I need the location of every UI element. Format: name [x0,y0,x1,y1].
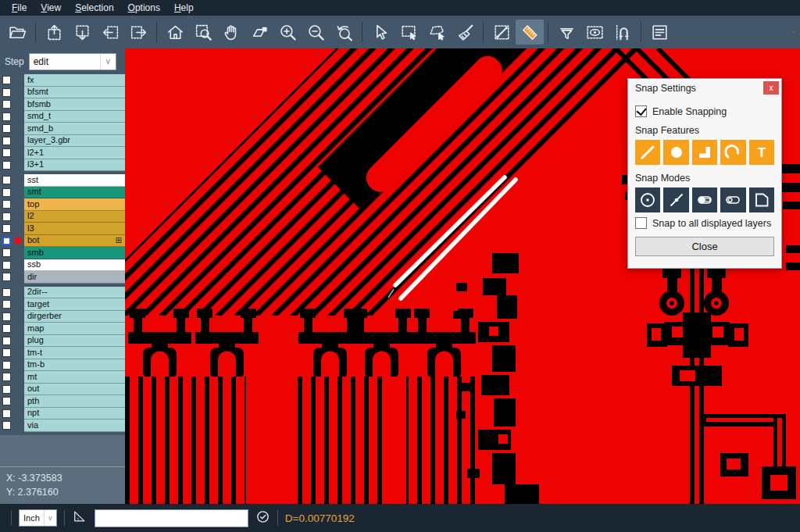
menu-file[interactable]: File [5,1,34,15]
layer-row-dirgerber[interactable]: dirgerber [0,311,125,323]
snap-feature-arc-button[interactable] [720,140,745,165]
layer-label[interactable]: plug [24,335,125,348]
close-button[interactable]: Close [635,237,774,256]
unit-select[interactable]: Inch ∨ [19,509,57,527]
layer-visibility-checkbox[interactable] [2,200,11,209]
move-vertex-button[interactable] [245,20,273,45]
zoom-out-button[interactable] [302,20,330,45]
layer-visibility-checkbox[interactable] [2,361,11,370]
layer-visibility-checkbox[interactable] [2,397,11,405]
layer-label[interactable]: target [24,298,125,311]
layer-label[interactable]: sst [24,174,125,187]
layer-visibility-checkbox[interactable] [2,212,11,221]
layer-label[interactable]: layer_3.gbr [24,135,125,148]
layer-row-out[interactable]: out [0,384,125,396]
filter-button[interactable] [552,20,580,45]
layer-visibility-checkbox[interactable] [2,188,11,197]
layer-row-top[interactable]: top [0,198,125,211]
layer-visibility-checkbox[interactable] [2,148,11,157]
layer-label[interactable]: smd_t [24,111,125,123]
layer-visibility-checkbox[interactable] [2,137,11,145]
layer-row-smt[interactable]: smt [0,187,125,199]
shift-left-button[interactable] [96,20,124,45]
layer-label[interactable]: out [24,384,125,396]
layer-row-sst[interactable]: sst [0,174,125,187]
layer-visibility-checkbox[interactable] [2,348,11,357]
layer-visibility-checkbox[interactable] [2,288,11,297]
layer-row-smd_b[interactable]: smd_b [0,123,125,135]
layer-label[interactable]: via [24,420,125,432]
layer-label[interactable]: l2+1 [24,147,125,159]
snap-mode-pad-outline-button[interactable] [720,187,745,212]
rect-select-button[interactable] [395,20,423,45]
layer-row-tm-b[interactable]: tm-b [0,359,125,372]
pan-button[interactable] [217,20,245,45]
snap-feature-pad-button[interactable] [663,140,688,165]
layer-visibility-checkbox[interactable] [2,421,11,430]
auto-confirm-icon[interactable] [255,509,270,527]
view-box-button[interactable] [580,20,609,45]
layer-label[interactable]: tm-t [24,347,125,359]
layer-visibility-checkbox[interactable] [2,312,11,321]
shift-right-button[interactable] [124,20,152,45]
layer-visibility-checkbox[interactable] [2,300,11,309]
snap-mode-contour-button[interactable] [749,187,774,212]
layer-label[interactable]: bfsmt [24,87,125,99]
layer-row-via[interactable]: via [0,420,125,432]
layer-label[interactable]: map [24,323,125,335]
measure-ruler-button[interactable] [516,20,544,45]
layer-row-npt[interactable]: npt [0,408,125,420]
snap-feature-surface-button[interactable] [692,140,717,165]
layer-row-smd_t[interactable]: smd_t [0,111,125,123]
layer-visibility-checkbox[interactable] [2,273,11,281]
import-top-button[interactable] [40,20,68,45]
layer-visibility-checkbox[interactable] [2,176,11,184]
layer-visibility-checkbox[interactable] [2,237,11,245]
layer-label[interactable]: fx [24,74,125,87]
layer-label[interactable]: 2dir-- [24,287,125,299]
layer-label[interactable]: top [24,198,125,211]
layer-row-l3+1[interactable]: l3+1 [0,159,125,172]
clean-brush-button[interactable] [451,20,479,45]
layer-label[interactable]: bfsmb [24,98,125,111]
snap-feature-line-button[interactable] [635,140,660,165]
snap-all-layers-row[interactable]: Snap to all displayed layers [635,217,774,229]
layer-row-ssb[interactable]: ssb [0,259,125,272]
report-form-button[interactable] [645,20,673,45]
layer-label[interactable]: pth [24,395,125,408]
open-button[interactable] [3,20,31,45]
layer-visibility-checkbox[interactable] [2,385,11,394]
zoom-previous-button[interactable] [330,20,358,45]
layer-visibility-checkbox[interactable] [2,248,11,257]
layer-label[interactable]: l3+1 [24,159,125,172]
layer-visibility-checkbox[interactable] [2,337,11,345]
layer-row-layer_3.gbr[interactable]: layer_3.gbr [0,135,125,148]
zoom-in-button[interactable] [273,20,302,45]
layer-label[interactable]: smd_b [24,123,125,135]
layer-visibility-checkbox[interactable] [2,161,11,170]
menu-view[interactable]: View [34,1,68,15]
layer-row-bfsmb[interactable]: bfsmb [0,98,125,111]
layer-row-bfsmt[interactable]: bfsmt [0,87,125,99]
layer-label[interactable]: smt [24,187,125,199]
layer-visibility-checkbox[interactable] [2,409,11,418]
layer-visibility-checkbox[interactable] [2,324,11,333]
layer-visibility-checkbox[interactable] [2,124,11,133]
snap-mode-midpoint-button[interactable] [663,187,688,212]
import-bottom-button[interactable] [68,20,96,45]
enable-snapping-row[interactable]: Enable Snapping [635,105,774,117]
layer-row-smb[interactable]: smb [0,247,125,259]
layer-row-dir[interactable]: dir [0,271,125,284]
layer-visibility-checkbox[interactable] [2,88,11,97]
layer-visibility-checkbox[interactable] [2,373,11,381]
layer-visibility-checkbox[interactable] [2,100,11,109]
snap-all-layers-checkbox[interactable] [635,217,647,229]
layer-label[interactable]: mt [24,371,125,384]
snap-mode-pad-filled-button[interactable] [692,187,717,212]
select-button[interactable] [366,20,395,45]
layer-visibility-checkbox[interactable] [2,112,11,121]
enable-snapping-checkbox[interactable] [635,105,647,117]
dialog-titlebar[interactable]: Snap Settings x [628,79,781,98]
layer-visibility-checkbox[interactable] [2,76,11,84]
layer-row-target[interactable]: target [0,298,125,311]
